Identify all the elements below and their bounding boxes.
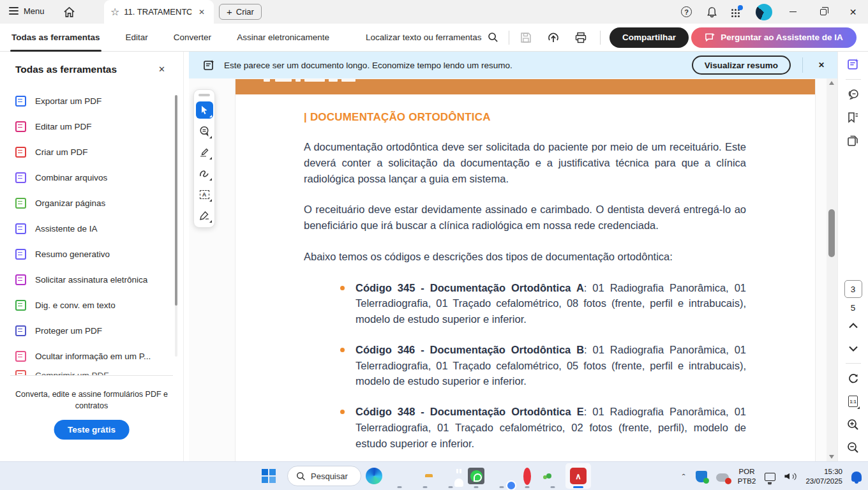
cloud-error-icon[interactable] (716, 473, 729, 482)
bookmark-icon (847, 112, 859, 124)
home-button[interactable] (61, 4, 77, 20)
bullet-dot (340, 348, 345, 352)
tray-chevron-up-icon[interactable]: ⌃ (680, 473, 686, 479)
list-item: Código 345 - Documentação Ortodôntica A:… (304, 280, 746, 327)
start-button[interactable] (260, 468, 277, 484)
close-window-button[interactable]: ✕ (838, 0, 868, 24)
rotate-page-button[interactable] (843, 368, 864, 389)
pdf-page: | DOCUMENTAÇÃO ORTODÔNTICA A documentaçã… (235, 79, 816, 461)
ask-ai-assistant-button[interactable]: Perguntar ao Assistente de IA (691, 27, 857, 48)
comment-tool-button[interactable] (196, 122, 213, 140)
taskbar-app-dental[interactable] (438, 463, 463, 489)
current-page-input[interactable]: 3 (844, 280, 862, 298)
sidebar-scroll-thumb[interactable] (175, 95, 177, 306)
print-icon[interactable] (575, 32, 587, 43)
next-page-button[interactable] (843, 338, 864, 359)
tool-combine-files[interactable]: Combinar arquivos (15, 165, 183, 190)
tab-close-icon[interactable]: ✕ (196, 6, 207, 18)
page-thumbnails-button[interactable] (843, 130, 864, 151)
page-header-band (236, 79, 815, 94)
notification-close-icon[interactable]: ✕ (814, 59, 828, 71)
sidebar-scrollbar[interactable] (175, 95, 177, 357)
fill-sign-tool-button[interactable] (196, 207, 213, 224)
sidebar-footer-text: Converta, edite e assine formulários PDF… (13, 389, 170, 412)
minimize-button[interactable] (778, 0, 808, 24)
upload-cloud-icon[interactable] (547, 32, 560, 43)
tool-ai-assistant[interactable]: Assistente de IA (15, 216, 183, 241)
apps-grid-icon[interactable] (731, 7, 742, 17)
zoom-out-button[interactable] (843, 437, 864, 457)
taskbar-app-whatsapp[interactable] (463, 463, 489, 489)
free-trial-button[interactable]: Teste grátis (54, 420, 130, 440)
user-avatar[interactable] (756, 4, 772, 20)
tool-edit-pdf[interactable]: Editar um PDF (15, 114, 183, 139)
star-icon[interactable]: ☆ (110, 7, 119, 17)
menu-button[interactable]: Menu (9, 5, 45, 17)
combine-files-icon (15, 172, 26, 183)
share-button[interactable]: Compartilhar (610, 27, 689, 48)
scroll-down-arrow-icon[interactable] (829, 455, 834, 459)
scroll-up-arrow-icon[interactable] (829, 81, 834, 85)
network-icon[interactable] (765, 473, 775, 481)
bullet-dot (340, 286, 345, 290)
time-label: 15:30 (824, 467, 842, 477)
zoom-out-icon (847, 442, 859, 454)
tab-esign[interactable]: Assinar eletronicamente (236, 24, 331, 52)
comments-panel-button[interactable] (843, 84, 864, 105)
tab-all-tools[interactable]: Todas as ferramentas (10, 24, 101, 52)
tab-edit[interactable]: Editar (124, 24, 149, 52)
taskbar-app-chrome[interactable] (489, 463, 514, 489)
taskbar-app-opera[interactable] (514, 463, 540, 489)
scroll-thumb[interactable] (828, 209, 835, 257)
create-button[interactable]: + Criar (219, 4, 262, 20)
taskbar-app-file-explorer[interactable] (412, 463, 438, 489)
tool-compress-pdf[interactable]: Comprimir um PDF (15, 369, 183, 375)
tool-generative-summary[interactable]: Resumo generativo (15, 241, 183, 267)
notifications-bell-icon[interactable] (706, 6, 717, 18)
previous-page-button[interactable] (843, 315, 864, 336)
taskbar-app-remote[interactable] (540, 463, 565, 489)
taskbar-app-edge[interactable] (361, 463, 387, 489)
toolbar-drag-handle[interactable] (198, 94, 210, 96)
view-summary-button[interactable]: Visualizar resumo (692, 56, 791, 75)
ai-assistant-rail-button[interactable] (843, 54, 864, 75)
draw-tool-button[interactable] (196, 165, 213, 182)
zoom-in-button[interactable] (843, 414, 864, 434)
hamburger-icon (9, 5, 19, 17)
help-icon[interactable]: ? (681, 6, 692, 17)
clipped-header-text-fragment (275, 79, 292, 82)
security-shield-icon[interactable] (696, 471, 707, 482)
save-icon[interactable] (520, 32, 532, 43)
add-text-tool-button[interactable]: A (196, 186, 213, 203)
tab-convert[interactable]: Converter (172, 24, 213, 52)
notification-bell-icon[interactable] (851, 471, 862, 482)
page-fit-button[interactable]: 1:1 (843, 391, 864, 412)
tool-redact-pdf[interactable]: Ocultar informação em um P... (15, 343, 183, 369)
clock[interactable]: 15:30 23/07/2025 (805, 467, 842, 486)
notification-message: Este parece ser um documento longo. Econ… (224, 61, 683, 70)
tool-create-pdf[interactable]: Criar um PDF (15, 139, 183, 165)
tool-protect-pdf[interactable]: Proteger um PDF (15, 318, 183, 343)
bookmarks-panel-button[interactable] (843, 107, 864, 128)
taskbar-app-copilot[interactable] (387, 463, 412, 489)
maximize-button[interactable] (808, 0, 838, 24)
maximize-icon (820, 9, 827, 15)
tool-request-esign[interactable]: Solicitar assinatura eletrônica (15, 267, 183, 292)
volume-button[interactable] (784, 473, 797, 480)
highlight-tool-button[interactable] (196, 144, 213, 161)
ai-document-icon (847, 58, 860, 71)
document-scrollbar[interactable] (827, 78, 837, 461)
taskbar-search[interactable]: Pesquisar (287, 466, 361, 486)
tool-organize-pages[interactable]: Organizar páginas (15, 190, 183, 216)
document-tab[interactable]: ☆ 11. TRATAMENTO ... ✕ (104, 0, 214, 24)
taskbar-app-acrobat[interactable]: ∧ (565, 463, 591, 489)
highlighter-icon (199, 147, 209, 158)
language-indicator[interactable]: POR PTB2 (738, 467, 756, 486)
divider (509, 31, 509, 45)
tool-scan-ocr[interactable]: Dig. e conv. em texto (15, 292, 183, 318)
panel-close-icon[interactable]: ✕ (154, 63, 169, 75)
bullet-dot (340, 410, 345, 414)
select-tool-button[interactable] (196, 101, 213, 119)
tool-export-pdf[interactable]: Exportar um PDF (15, 88, 183, 114)
find-tools-button[interactable]: Localizar texto ou ferramentas (366, 32, 498, 43)
